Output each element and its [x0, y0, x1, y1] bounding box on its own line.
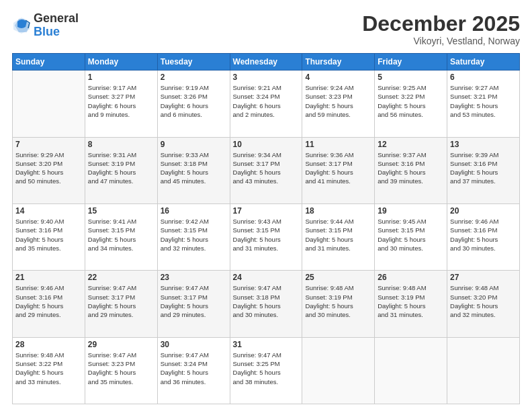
calendar-cell: 30Sunrise: 9:47 AM Sunset: 3:24 PM Dayli…: [157, 337, 230, 404]
calendar-cell: 29Sunrise: 9:47 AM Sunset: 3:23 PM Dayli…: [85, 337, 157, 404]
calendar-cell: [302, 337, 375, 404]
header-sunday: Sunday: [13, 54, 85, 71]
day-number: 29: [88, 340, 154, 349]
day-info: Sunrise: 9:43 AM Sunset: 3:15 PM Dayligh…: [233, 217, 300, 253]
day-info: Sunrise: 9:48 AM Sunset: 3:19 PM Dayligh…: [305, 283, 371, 319]
day-info: Sunrise: 9:39 AM Sunset: 3:16 PM Dayligh…: [450, 150, 517, 186]
calendar-cell: 23Sunrise: 9:47 AM Sunset: 3:17 PM Dayli…: [157, 271, 230, 337]
day-info: Sunrise: 9:17 AM Sunset: 3:27 PM Dayligh…: [88, 83, 154, 119]
calendar-cell: 26Sunrise: 9:48 AM Sunset: 3:19 PM Dayli…: [375, 271, 447, 337]
day-info: Sunrise: 9:40 AM Sunset: 3:16 PM Dayligh…: [15, 217, 82, 253]
calendar-week-row: 28Sunrise: 9:48 AM Sunset: 3:22 PM Dayli…: [13, 337, 520, 404]
day-info: Sunrise: 9:47 AM Sunset: 3:24 PM Dayligh…: [161, 351, 227, 386]
logo: General Blue: [12, 12, 79, 39]
calendar-cell: 9Sunrise: 9:33 AM Sunset: 3:18 PM Daylig…: [157, 137, 230, 203]
calendar-cell: 8Sunrise: 9:31 AM Sunset: 3:19 PM Daylig…: [85, 137, 157, 203]
calendar-cell: 16Sunrise: 9:42 AM Sunset: 3:15 PM Dayli…: [157, 203, 230, 270]
day-info: Sunrise: 9:48 AM Sunset: 3:20 PM Dayligh…: [450, 283, 517, 319]
calendar-week-row: 14Sunrise: 9:40 AM Sunset: 3:16 PM Dayli…: [13, 203, 520, 270]
logo-general-text: General: [34, 12, 79, 26]
day-info: Sunrise: 9:41 AM Sunset: 3:15 PM Dayligh…: [88, 217, 154, 253]
month-title: December 2025: [362, 12, 520, 36]
day-info: Sunrise: 9:27 AM Sunset: 3:21 PM Dayligh…: [450, 83, 517, 119]
day-number: 1: [88, 73, 154, 82]
calendar-cell: 22Sunrise: 9:47 AM Sunset: 3:17 PM Dayli…: [85, 271, 157, 337]
day-number: 9: [161, 140, 227, 149]
calendar-cell: 11Sunrise: 9:36 AM Sunset: 3:17 PM Dayli…: [302, 137, 375, 203]
calendar-cell: [13, 71, 85, 137]
day-info: Sunrise: 9:37 AM Sunset: 3:16 PM Dayligh…: [378, 150, 444, 186]
calendar-cell: 27Sunrise: 9:48 AM Sunset: 3:20 PM Dayli…: [447, 271, 520, 337]
day-info: Sunrise: 9:48 AM Sunset: 3:19 PM Dayligh…: [378, 283, 444, 319]
day-info: Sunrise: 9:47 AM Sunset: 3:18 PM Dayligh…: [233, 283, 300, 319]
location-subtitle: Vikoyri, Vestland, Norway: [362, 36, 520, 46]
calendar-cell: 7Sunrise: 9:29 AM Sunset: 3:20 PM Daylig…: [13, 137, 85, 203]
day-number: 4: [305, 73, 371, 82]
calendar-cell: 1Sunrise: 9:17 AM Sunset: 3:27 PM Daylig…: [85, 71, 157, 137]
day-number: 21: [15, 273, 82, 282]
weekday-header-row: Sunday Monday Tuesday Wednesday Thursday…: [13, 54, 520, 71]
day-info: Sunrise: 9:34 AM Sunset: 3:17 PM Dayligh…: [233, 150, 300, 186]
day-info: Sunrise: 9:47 AM Sunset: 3:17 PM Dayligh…: [161, 283, 227, 319]
day-number: 18: [305, 206, 371, 216]
calendar-cell: 25Sunrise: 9:48 AM Sunset: 3:19 PM Dayli…: [302, 271, 375, 337]
calendar-cell: 28Sunrise: 9:48 AM Sunset: 3:22 PM Dayli…: [13, 337, 85, 404]
day-info: Sunrise: 9:24 AM Sunset: 3:23 PM Dayligh…: [305, 83, 371, 119]
calendar-cell: 18Sunrise: 9:44 AM Sunset: 3:15 PM Dayli…: [302, 203, 375, 270]
day-number: 10: [233, 140, 300, 149]
calendar-cell: 4Sunrise: 9:24 AM Sunset: 3:23 PM Daylig…: [302, 71, 375, 137]
calendar-cell: 20Sunrise: 9:46 AM Sunset: 3:16 PM Dayli…: [447, 203, 520, 270]
calendar-page: General Blue December 2025 Vikoyri, Vest…: [0, 0, 532, 411]
header-friday: Friday: [375, 54, 447, 71]
calendar-cell: 12Sunrise: 9:37 AM Sunset: 3:16 PM Dayli…: [375, 137, 447, 203]
day-number: 3: [233, 73, 300, 82]
day-number: 23: [161, 273, 227, 282]
day-info: Sunrise: 9:42 AM Sunset: 3:15 PM Dayligh…: [161, 217, 227, 253]
header-saturday: Saturday: [447, 54, 520, 71]
day-info: Sunrise: 9:25 AM Sunset: 3:22 PM Dayligh…: [378, 83, 444, 119]
calendar-cell: 13Sunrise: 9:39 AM Sunset: 3:16 PM Dayli…: [447, 137, 520, 203]
day-number: 6: [450, 73, 517, 82]
day-number: 7: [15, 140, 82, 149]
calendar-cell: 10Sunrise: 9:34 AM Sunset: 3:17 PM Dayli…: [230, 137, 302, 203]
calendar-week-row: 21Sunrise: 9:46 AM Sunset: 3:16 PM Dayli…: [13, 271, 520, 337]
header-wednesday: Wednesday: [230, 54, 302, 71]
day-info: Sunrise: 9:21 AM Sunset: 3:24 PM Dayligh…: [233, 83, 300, 119]
calendar-cell: 15Sunrise: 9:41 AM Sunset: 3:15 PM Dayli…: [85, 203, 157, 270]
day-number: 20: [450, 206, 517, 216]
day-number: 27: [450, 273, 517, 282]
day-info: Sunrise: 9:36 AM Sunset: 3:17 PM Dayligh…: [305, 150, 371, 186]
day-info: Sunrise: 9:33 AM Sunset: 3:18 PM Dayligh…: [161, 150, 227, 186]
calendar-cell: 21Sunrise: 9:46 AM Sunset: 3:16 PM Dayli…: [13, 271, 85, 337]
day-info: Sunrise: 9:19 AM Sunset: 3:26 PM Dayligh…: [161, 83, 227, 119]
calendar-cell: 24Sunrise: 9:47 AM Sunset: 3:18 PM Dayli…: [230, 271, 302, 337]
calendar-cell: 17Sunrise: 9:43 AM Sunset: 3:15 PM Dayli…: [230, 203, 302, 270]
day-info: Sunrise: 9:47 AM Sunset: 3:17 PM Dayligh…: [88, 283, 154, 319]
logo-text: General Blue: [34, 12, 79, 39]
day-number: 2: [161, 73, 227, 82]
day-info: Sunrise: 9:47 AM Sunset: 3:25 PM Dayligh…: [233, 351, 300, 386]
day-number: 14: [15, 206, 82, 216]
day-number: 5: [378, 73, 444, 82]
calendar-cell: 2Sunrise: 9:19 AM Sunset: 3:26 PM Daylig…: [157, 71, 230, 137]
calendar-cell: 5Sunrise: 9:25 AM Sunset: 3:22 PM Daylig…: [375, 71, 447, 137]
calendar-cell: 14Sunrise: 9:40 AM Sunset: 3:16 PM Dayli…: [13, 203, 85, 270]
calendar-cell: 19Sunrise: 9:45 AM Sunset: 3:15 PM Dayli…: [375, 203, 447, 270]
day-number: 19: [378, 206, 444, 216]
calendar-week-row: 1Sunrise: 9:17 AM Sunset: 3:27 PM Daylig…: [13, 71, 520, 137]
calendar-cell: [375, 337, 447, 404]
logo-blue-text: Blue: [34, 26, 79, 39]
day-number: 11: [305, 140, 371, 149]
calendar-cell: 3Sunrise: 9:21 AM Sunset: 3:24 PM Daylig…: [230, 71, 302, 137]
day-number: 13: [450, 140, 517, 149]
day-number: 15: [88, 206, 154, 216]
calendar-week-row: 7Sunrise: 9:29 AM Sunset: 3:20 PM Daylig…: [13, 137, 520, 203]
day-number: 30: [161, 340, 227, 349]
calendar-cell: [447, 337, 520, 404]
day-number: 22: [88, 273, 154, 282]
day-info: Sunrise: 9:45 AM Sunset: 3:15 PM Dayligh…: [378, 217, 444, 253]
day-info: Sunrise: 9:46 AM Sunset: 3:16 PM Dayligh…: [15, 283, 82, 319]
day-number: 17: [233, 206, 300, 216]
day-info: Sunrise: 9:31 AM Sunset: 3:19 PM Dayligh…: [88, 150, 154, 186]
day-info: Sunrise: 9:44 AM Sunset: 3:15 PM Dayligh…: [305, 217, 371, 253]
